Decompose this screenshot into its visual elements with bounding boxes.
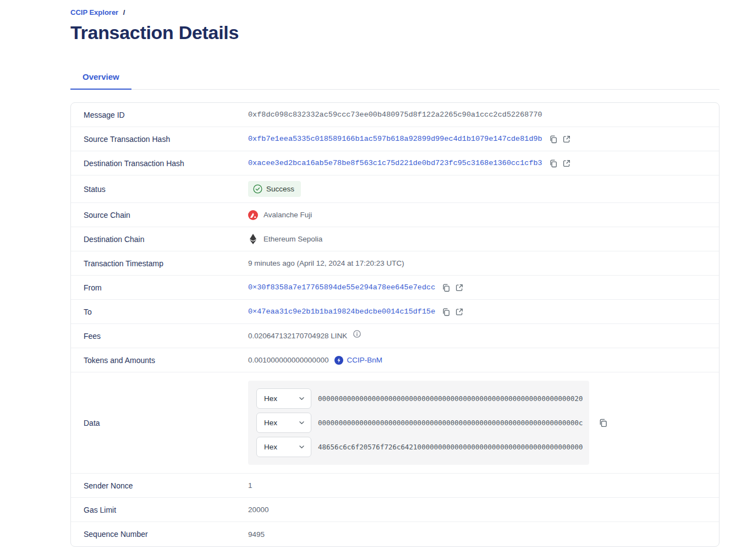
row-label: Sequence Number: [71, 530, 248, 539]
token-link[interactable]: CCIP-BnM: [347, 356, 382, 364]
row-label: Source Chain: [71, 211, 248, 219]
row-label: To: [71, 308, 248, 316]
row-source-transaction-hash: Source Transaction Hash 0xfb7e1eea5335c0…: [71, 127, 719, 151]
external-link-icon[interactable]: [455, 283, 464, 292]
data-line: Hex 000000000000000000000000000000000000…: [256, 413, 584, 433]
tab-bar: Overview: [70, 67, 719, 90]
hex-select-value: Hex: [264, 394, 277, 403]
row-transaction-timestamp: Transaction Timestamp 9 minutes ago (Apr…: [71, 251, 719, 276]
row-sender-nonce: Sender Nonce 1: [71, 474, 719, 498]
data-hex-line: 0000000000000000000000000000000000000000…: [318, 394, 583, 403]
breadcrumb-separator: /: [123, 8, 125, 17]
row-from: From 0×30f8358a7e17765894de55e294a78ee64…: [71, 276, 719, 300]
status-badge: Success: [248, 181, 301, 197]
data-hex-line: 0000000000000000000000000000000000000000…: [318, 419, 583, 427]
token-amount: 0.001000000000000000: [248, 356, 328, 364]
transaction-details-table: Message ID 0xf8dc098c832332ac59ccc73ee00…: [70, 102, 719, 547]
page-title: Transaction Details: [70, 22, 719, 43]
copy-icon[interactable]: [442, 308, 451, 316]
tab-overview[interactable]: Overview: [70, 67, 131, 90]
to-address-link[interactable]: 0×47eaa31c9e2b1b1ba19824bedcbe0014c15df1…: [248, 308, 435, 316]
hex-select-value: Hex: [264, 419, 277, 427]
row-label: Fees: [71, 332, 248, 341]
row-to: To 0×47eaa31c9e2b1b1ba19824bedcbe0014c15…: [71, 300, 719, 324]
check-circle-icon: [253, 184, 262, 194]
row-destination-chain: Destination Chain Ethereum Sepolia: [71, 227, 719, 251]
hex-format-select[interactable]: Hex: [256, 388, 311, 409]
data-hex-box: Hex 000000000000000000000000000000000000…: [248, 381, 589, 465]
breadcrumb-link-ccip-explorer[interactable]: CCIP Explorer: [70, 8, 118, 17]
row-label: Data: [71, 419, 248, 427]
row-source-chain: Source Chain Avalanche Fuji: [71, 203, 719, 227]
copy-icon[interactable]: [598, 418, 608, 427]
copy-icon[interactable]: [549, 135, 558, 144]
breadcrumb: CCIP Explorer /: [70, 0, 719, 17]
row-sequence-number: Sequence Number 9495: [71, 522, 719, 546]
row-label: Source Transaction Hash: [71, 135, 248, 144]
row-message-id: Message ID 0xf8dc098c832332ac59ccc73ee00…: [71, 103, 719, 127]
chevron-down-icon: [298, 395, 305, 402]
destination-chain-name: Ethereum Sepolia: [263, 235, 322, 243]
sequence-number-value: 9495: [248, 530, 265, 539]
destination-transaction-hash-link[interactable]: 0xacee3ed2bca16ab5e78be8f563c1c75d221de0…: [248, 159, 542, 167]
data-hex-line: 48656c6c6f20576f726c64210000000000000000…: [318, 443, 583, 451]
row-label: Tokens and Amounts: [71, 356, 248, 365]
row-label: Destination Transaction Hash: [71, 159, 248, 168]
source-chain-name: Avalanche Fuji: [263, 211, 312, 219]
row-label: Sender Nonce: [71, 481, 248, 490]
row-label: Transaction Timestamp: [71, 259, 248, 268]
data-line: Hex 48656c6c6f20576f726c6421000000000000…: [256, 437, 584, 457]
from-address-link[interactable]: 0×30f8358a7e17765894de55e294a78ee645e7ed…: [248, 283, 435, 292]
sender-nonce-value: 1: [248, 481, 252, 490]
row-tokens-and-amounts: Tokens and Amounts 0.001000000000000000 …: [71, 348, 719, 372]
row-label: Message ID: [71, 111, 248, 119]
row-label: Destination Chain: [71, 235, 248, 244]
ccip-bnm-token-icon: [334, 356, 343, 365]
external-link-icon[interactable]: [562, 135, 571, 144]
avalanche-logo-icon: [248, 210, 258, 220]
timestamp-value: 9 minutes ago (April 12, 2024 at 17:20:2…: [248, 259, 404, 267]
row-data: Data Hex 0000000000000000000000000000000…: [71, 372, 719, 474]
external-link-icon[interactable]: [455, 308, 464, 316]
row-status: Status Success: [71, 175, 719, 203]
row-label: Status: [71, 185, 248, 194]
row-gas-limit: Gas Limit 20000: [71, 498, 719, 522]
row-label: Gas Limit: [71, 506, 248, 514]
copy-icon[interactable]: [549, 159, 558, 168]
message-id-value: 0xf8dc098c832332ac59ccc73ee00b480975d8f1…: [248, 111, 542, 119]
row-fees: Fees 0.020647132170704928 LINK: [71, 324, 719, 348]
row-label: From: [71, 283, 248, 292]
info-icon[interactable]: [353, 330, 361, 338]
source-transaction-hash-link[interactable]: 0xfb7e1eea5335c018589166b1ac597b618a9289…: [248, 135, 542, 143]
ethereum-logo-icon: [248, 234, 258, 244]
data-line: Hex 000000000000000000000000000000000000…: [256, 388, 584, 409]
chevron-down-icon: [298, 443, 305, 451]
hex-format-select[interactable]: Hex: [256, 437, 311, 457]
external-link-icon[interactable]: [562, 159, 571, 168]
transaction-details-page: CCIP Explorer / Transaction Details Over…: [70, 0, 719, 547]
hex-format-select[interactable]: Hex: [256, 413, 311, 433]
fees-value: 0.020647132170704928 LINK: [248, 332, 347, 340]
chevron-down-icon: [298, 419, 305, 426]
status-text: Success: [266, 185, 294, 193]
row-destination-transaction-hash: Destination Transaction Hash 0xacee3ed2b…: [71, 151, 719, 175]
hex-select-value: Hex: [264, 443, 277, 451]
copy-icon[interactable]: [442, 283, 451, 292]
gas-limit-value: 20000: [248, 506, 269, 514]
